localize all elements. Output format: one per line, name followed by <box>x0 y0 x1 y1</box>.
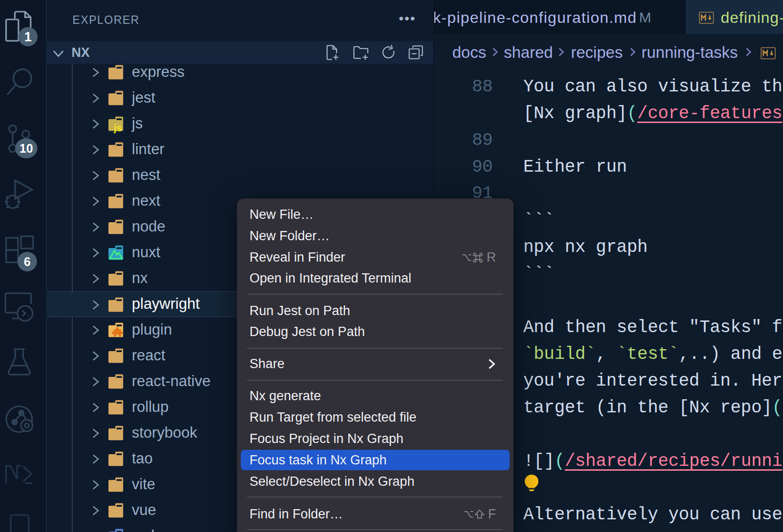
svg-text:6: 6 <box>24 255 31 268</box>
svg-text:10: 10 <box>19 142 33 155</box>
svg-text:js: js <box>113 123 122 133</box>
svg-text:1: 1 <box>24 30 32 44</box>
